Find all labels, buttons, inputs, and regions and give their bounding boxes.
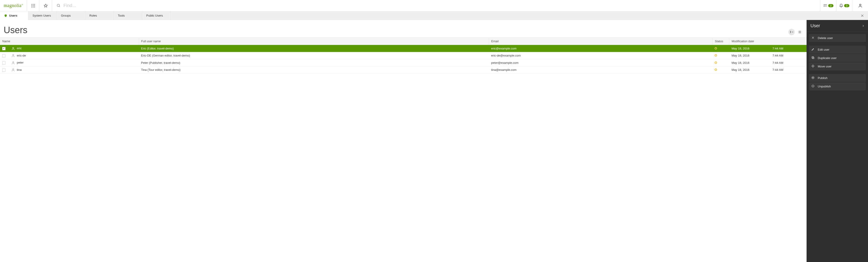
- action-label: Duplicate user: [818, 56, 837, 60]
- action-publish[interactable]: Publish: [809, 74, 866, 82]
- tab-label: System Users: [33, 14, 51, 17]
- favorites-button[interactable]: [39, 0, 52, 11]
- action-label: Delete user: [818, 36, 833, 40]
- action-delete-user[interactable]: Delete user: [809, 34, 866, 42]
- tab-label: Tools: [118, 14, 125, 17]
- status-indicator-icon: [715, 54, 717, 57]
- action-label: Move user: [818, 65, 832, 68]
- tab-tools[interactable]: Tools: [114, 11, 142, 20]
- search-icon: [57, 4, 61, 8]
- tasks-button[interactable]: 0: [820, 0, 836, 11]
- action-edit-user[interactable]: Edit user: [809, 46, 866, 53]
- profile-button[interactable]: [852, 0, 868, 11]
- view-tree-button[interactable]: [788, 29, 795, 35]
- user-icon: [11, 54, 15, 58]
- user-icon: [11, 61, 15, 65]
- cell-date: May 18, 2016: [729, 66, 770, 74]
- panel-title: User: [810, 23, 820, 28]
- svg-point-0: [31, 4, 32, 5]
- workspace: Users Name Full user name Email Status M…: [0, 20, 868, 262]
- tab-label: Public Users: [146, 14, 163, 17]
- cell-time: 7:44 AM: [770, 66, 807, 74]
- svg-point-22: [12, 47, 14, 48]
- tab-label: Roles: [89, 14, 97, 17]
- close-icon: [811, 36, 814, 40]
- apps-grid-icon: [31, 4, 35, 7]
- svg-point-2: [34, 4, 35, 5]
- pencil-icon: [811, 48, 814, 51]
- top-bar: magnolia® 0 0: [0, 0, 868, 11]
- cell-date: May 18, 2016: [729, 52, 770, 59]
- cell-time: 7:44 AM: [770, 52, 807, 59]
- svg-point-4: [33, 5, 33, 6]
- col-header-moddate[interactable]: Modification date: [729, 38, 807, 45]
- action-label: Publish: [818, 76, 828, 80]
- col-header-name[interactable]: Name: [0, 38, 139, 45]
- user-icon: [11, 68, 15, 72]
- tasks-icon: [823, 4, 827, 8]
- publish-icon: [811, 76, 814, 80]
- tree-view-icon: [790, 30, 794, 34]
- svg-point-31: [812, 77, 813, 78]
- action-unpublish[interactable]: Unpublish: [809, 82, 866, 90]
- tab-roles[interactable]: Roles: [85, 11, 114, 20]
- svg-point-6: [31, 7, 32, 7]
- table-row[interactable]: peterPeter (Publisher, travel-demo)peter…: [0, 59, 807, 67]
- star-icon: [44, 4, 48, 8]
- status-indicator-icon: [715, 69, 717, 71]
- cell-date: May 18, 2016: [729, 45, 770, 52]
- page-title: Users: [4, 25, 27, 35]
- col-header-status[interactable]: Status: [712, 38, 729, 45]
- search-input[interactable]: [63, 3, 816, 8]
- table-row[interactable]: ericEric (Editor, travel-demo)eric@examp…: [0, 45, 807, 52]
- svg-rect-28: [812, 57, 814, 59]
- action-move-user[interactable]: Move user: [809, 63, 866, 70]
- table-row[interactable]: tinaTina (Tour editor, travel-demo)tina@…: [0, 66, 807, 74]
- col-header-email[interactable]: Email: [489, 38, 712, 45]
- cell-name: eric-de: [17, 54, 26, 57]
- users-table: Name Full user name Email Status Modific…: [0, 37, 807, 74]
- cell-fullname: Eric-DE (German editor, travel-demo): [139, 52, 489, 59]
- brand-logo[interactable]: magnolia®: [0, 0, 27, 11]
- panel-header[interactable]: User: [807, 20, 868, 32]
- svg-point-7: [33, 7, 33, 7]
- cell-time: 7:44 AM: [770, 59, 807, 67]
- tab-groups[interactable]: Groups: [57, 11, 85, 20]
- row-checkbox[interactable]: [2, 69, 5, 72]
- tab-system-users[interactable]: System Users: [28, 11, 57, 20]
- status-indicator-icon: [715, 47, 717, 49]
- action-panel: User Delete userEdit userDuplicate userM…: [807, 20, 868, 262]
- svg-rect-29: [812, 57, 813, 58]
- search-wrap: [52, 0, 820, 11]
- tab-public-users[interactable]: Public Users: [142, 11, 170, 20]
- svg-point-25: [12, 69, 14, 70]
- svg-point-14: [859, 4, 861, 6]
- view-toggles: [788, 29, 803, 35]
- unpublish-icon: [811, 84, 814, 88]
- cell-email: tina@example.com: [489, 66, 712, 74]
- tab-users[interactable]: Users: [0, 11, 28, 20]
- view-list-button[interactable]: [797, 29, 803, 35]
- svg-point-10: [57, 4, 60, 7]
- row-checkbox[interactable]: [2, 61, 5, 65]
- user-icon: [11, 47, 15, 50]
- svg-point-3: [31, 5, 32, 6]
- action-duplicate-user[interactable]: Duplicate user: [809, 54, 866, 62]
- chevron-right-icon: [862, 24, 864, 28]
- topbar-right: 0 0: [820, 0, 868, 11]
- table-row[interactable]: eric-deEric-DE (German editor, travel-de…: [0, 52, 807, 59]
- panel-actions: Delete userEdit userDuplicate userMove u…: [807, 32, 868, 93]
- brand-name: magnolia®: [4, 3, 23, 8]
- notifications-button[interactable]: 0: [836, 0, 852, 11]
- row-checkbox[interactable]: [2, 54, 5, 58]
- apps-button[interactable]: [27, 0, 39, 11]
- close-tabstrip-button[interactable]: [857, 11, 868, 20]
- tab-label: Users: [9, 14, 17, 17]
- notifications-count-badge: 0: [844, 4, 849, 7]
- duplicate-icon: [811, 56, 814, 60]
- close-icon: [861, 14, 864, 17]
- page-head: Users: [0, 20, 807, 37]
- cell-fullname: Peter (Publisher, travel-demo): [139, 59, 489, 67]
- row-checkbox[interactable]: [2, 47, 5, 50]
- col-header-fullname[interactable]: Full user name: [139, 38, 489, 45]
